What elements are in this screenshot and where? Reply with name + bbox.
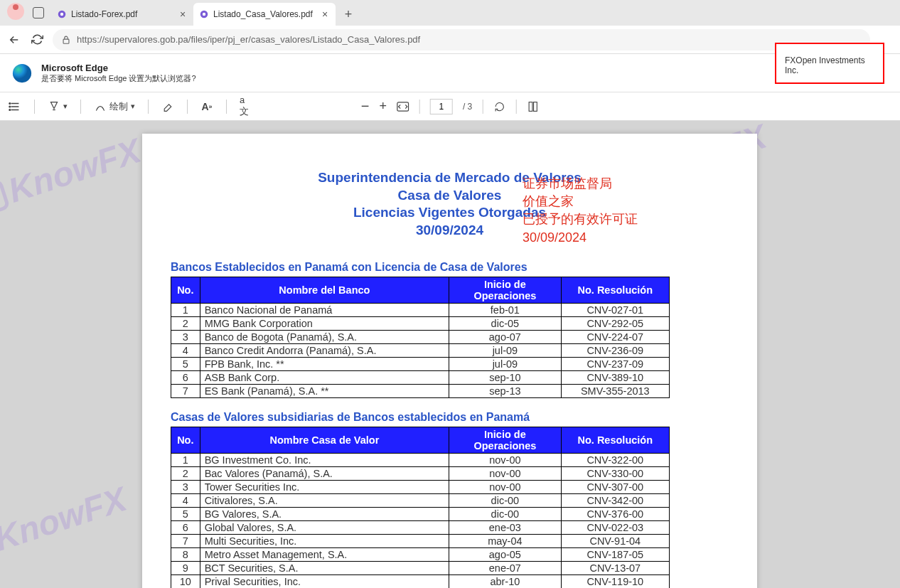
svg-rect-11 bbox=[533, 102, 537, 111]
table-row: 3Banco de Bogota (Panamá), S.A.ago-07CNV… bbox=[171, 330, 670, 343]
table-row: 9BCT Securities, S.A.ene-07CNV-13-07 bbox=[171, 561, 670, 574]
table-row: 2MMG Bank Corporationdic-05CNV-292-05 bbox=[171, 316, 670, 330]
pdf-page: Superintendencia de Mercado de Valores C… bbox=[142, 134, 757, 588]
table-row: 6Global Valores, S.A.ene-03CNV-022-03 bbox=[171, 520, 670, 534]
table-bancos: No. Nombre del Banco Inicio de Operacion… bbox=[171, 277, 670, 398]
tab-listado-casa-valores[interactable]: Listado_Casa_Valores.pdf × bbox=[193, 3, 336, 26]
watermark: CKnowFX bbox=[0, 479, 132, 570]
new-tab-button[interactable]: + bbox=[338, 4, 358, 24]
divider bbox=[34, 100, 35, 114]
highlight-button[interactable]: ▾ bbox=[48, 100, 68, 113]
rotate-button[interactable] bbox=[493, 100, 505, 113]
page-number-input[interactable] bbox=[430, 99, 453, 114]
divider bbox=[419, 100, 420, 114]
back-button[interactable] bbox=[7, 33, 21, 47]
lock-icon bbox=[61, 35, 71, 45]
svg-rect-4 bbox=[63, 39, 69, 43]
tab-label: Listado_Casa_Valores.pdf bbox=[213, 9, 316, 19]
divider bbox=[482, 100, 483, 114]
table-row: 5BG Valores, S.A.dic-00CNV-376-00 bbox=[171, 507, 670, 520]
workspaces-icon[interactable] bbox=[33, 7, 44, 18]
tab-listado-forex[interactable]: Listado-Forex.pdf × bbox=[51, 3, 193, 26]
table-row: 1Banco Nacional de Panamáfeb-01CNV-027-0… bbox=[171, 303, 670, 316]
edge-logo-icon bbox=[11, 63, 33, 84]
table-row: 6ASB Bank Corp.sep-10CNV-389-10 bbox=[171, 370, 670, 384]
table-row: 3Tower Securities Inc.nov-00CNV-307-00 bbox=[171, 480, 670, 493]
table-row: 8Metro Asset Management, S.A.ago-05CNV-1… bbox=[171, 547, 670, 561]
document-heading: Superintendencia de Mercado de Valores C… bbox=[171, 169, 729, 240]
divider bbox=[187, 100, 188, 114]
section-header-bancos: Bancos Establecidos en Panamá con Licenc… bbox=[171, 261, 729, 274]
table-row: 7ES Bank (Panamá), S.A. **sep-13SMV-355-… bbox=[171, 384, 670, 397]
highlight-annotation: FXOpen Investments Inc. bbox=[775, 43, 884, 84]
pdf-toolbar: ▾ 绘制▾ A» a文 − + / 3 bbox=[0, 92, 900, 121]
zoom-out-button[interactable]: − bbox=[361, 98, 370, 114]
profile-avatar[interactable] bbox=[7, 3, 24, 20]
svg-point-1 bbox=[60, 13, 63, 16]
draw-button[interactable]: 绘制▾ bbox=[94, 100, 135, 113]
svg-rect-10 bbox=[529, 102, 532, 111]
table-row: 1BG Investment Co. Inc.nov-00CNV-322-00 bbox=[171, 453, 670, 466]
page-view-button[interactable] bbox=[526, 100, 539, 113]
table-row: 10Prival Securities, Inc.abr-10CNV-119-1… bbox=[171, 574, 670, 588]
pdf-favicon bbox=[199, 9, 209, 19]
pdf-favicon bbox=[57, 9, 67, 19]
watermark: CKnowFX bbox=[0, 131, 146, 221]
fit-page-button[interactable] bbox=[397, 100, 409, 113]
table-row: 7Multi Securities, Inc.may-04CNV-91-04 bbox=[171, 534, 670, 547]
divider bbox=[226, 100, 227, 114]
browser-nav-bar: https://supervalores.gob.pa/files/iper/p… bbox=[0, 26, 900, 54]
section-header-casas: Casas de Valores subsidiarias de Bancos … bbox=[171, 411, 729, 424]
svg-point-7 bbox=[9, 106, 11, 107]
table-row: 2Bac Valores (Panamá), S.A.nov-00CNV-330… bbox=[171, 466, 670, 480]
text-size-button[interactable]: A» bbox=[200, 100, 213, 113]
svg-point-8 bbox=[9, 109, 11, 110]
page-total: / 3 bbox=[463, 102, 472, 112]
edge-default-prompt: Microsoft Edge 是否要将 Microsoft Edge 设置为默认… bbox=[0, 54, 900, 92]
edge-prompt-title: Microsoft Edge bbox=[41, 63, 196, 73]
draw-label: 绘制 bbox=[109, 100, 128, 113]
highlight-text: FXOpen Investments Inc. bbox=[785, 55, 865, 75]
svg-point-6 bbox=[9, 102, 11, 104]
browser-tab-strip: Listado-Forex.pdf × Listado_Casa_Valores… bbox=[0, 0, 900, 26]
svg-point-5 bbox=[13, 63, 31, 82]
close-icon[interactable]: × bbox=[178, 9, 188, 19]
table-row: 5FPB Bank, Inc. **jul-09CNV-237-09 bbox=[171, 357, 670, 370]
table-row: 4Citivalores, S.A.dic-00CNV-342-00 bbox=[171, 493, 670, 507]
divider bbox=[148, 100, 149, 114]
table-row: 4Banco Credit Andorra (Panamá), S.A.jul-… bbox=[171, 343, 670, 357]
address-bar[interactable]: https://supervalores.gob.pa/files/iper/p… bbox=[53, 29, 870, 50]
close-icon[interactable]: × bbox=[320, 9, 330, 19]
tab-label: Listado-Forex.pdf bbox=[71, 9, 173, 19]
translate-button[interactable]: a文 bbox=[240, 100, 252, 113]
svg-point-3 bbox=[203, 13, 205, 16]
table-casas: No. Nombre Casa de Valor Inicio de Opera… bbox=[171, 427, 670, 588]
pdf-viewport[interactable]: CKnowFX CKnowFX CKnowFX CKnowFX CKnowFX … bbox=[0, 121, 900, 588]
divider bbox=[80, 100, 81, 114]
edge-prompt-subtitle: 是否要将 Microsoft Edge 设置为默认浏览器? bbox=[41, 73, 196, 84]
zoom-in-button[interactable]: + bbox=[379, 99, 387, 114]
erase-button[interactable] bbox=[161, 100, 174, 113]
cn-translation-overlay: 证券市场监督局 价值之家 已授予的有效许可证 30/09/2024 bbox=[523, 175, 638, 247]
contents-button[interactable] bbox=[9, 100, 21, 113]
url-text: https://supervalores.gob.pa/files/iper/p… bbox=[77, 34, 420, 45]
divider bbox=[515, 100, 516, 114]
refresh-button[interactable] bbox=[30, 33, 44, 47]
